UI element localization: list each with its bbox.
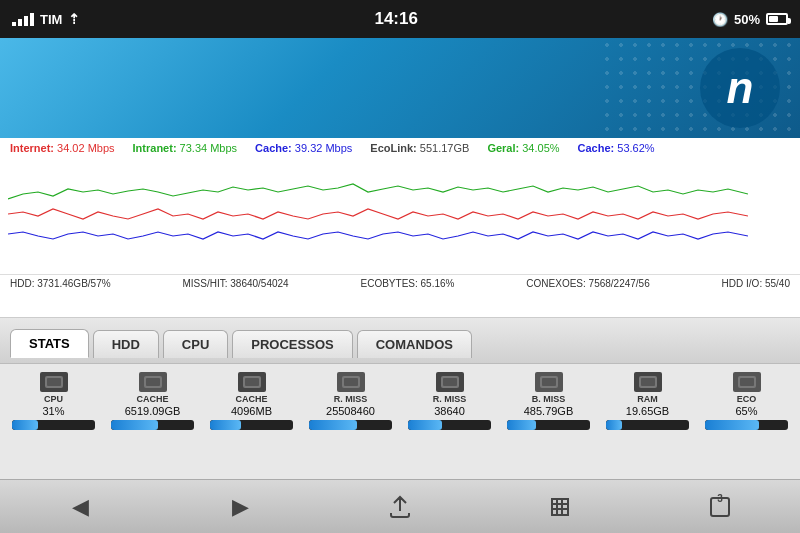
metric-bar-7 — [705, 420, 789, 430]
metric-value-2: 4096MB — [231, 405, 272, 417]
metric-item-7: ECO65% — [699, 372, 794, 430]
app-header: n — [0, 38, 800, 138]
bottom-stats-row: HDD: 3731.46GB/57% MISS/HIT: 38640/54024… — [0, 274, 800, 292]
metric-icon-0 — [40, 372, 68, 392]
stats-area: Internet: 34.02 Mbps Intranet: 73.34 Mbp… — [0, 138, 800, 318]
svg-rect-7 — [344, 378, 358, 386]
bottom-toolbar: ◀ ▶ 3 — [0, 479, 800, 533]
ecobytes-stat: ECOBYTES: 65.16% — [361, 278, 455, 289]
metric-bar-1 — [111, 420, 195, 430]
time-label: 14:16 — [374, 9, 417, 29]
metric-icon-2 — [238, 372, 266, 392]
metric-item-0: CPU31% — [6, 372, 101, 430]
conexoes-stat: CONEXOES: 7568/2247/56 — [526, 278, 649, 289]
metric-label-4: R. MISS — [433, 394, 467, 404]
intranet-stat: Intranet: 73.34 Mbps — [133, 142, 238, 154]
net-labels: Internet: 34.02 Mbps Intranet: 73.34 Mbp… — [0, 138, 800, 154]
bookmarks-button[interactable] — [530, 487, 590, 527]
metric-item-1: CACHE6519.09GB — [105, 372, 200, 430]
metric-bar-4 — [408, 420, 492, 430]
metric-item-5: B. MISS485.79GB — [501, 372, 596, 430]
hddio-stat: HDD I/O: 55/40 — [722, 278, 790, 289]
metric-label-1: CACHE — [136, 394, 168, 404]
cache-stat: Cache: 39.32 Mbps — [255, 142, 352, 154]
metric-value-5: 485.79GB — [524, 405, 574, 417]
tab-comandos[interactable]: COMANDOS — [357, 330, 472, 358]
tab-processos[interactable]: PROCESSOS — [232, 330, 352, 358]
metric-label-0: CPU — [44, 394, 63, 404]
battery-indicator — [766, 13, 788, 25]
geral-stat: Geral: 34.05% — [487, 142, 559, 154]
tab-cpu[interactable]: CPU — [163, 330, 228, 358]
metric-bar-5 — [507, 420, 591, 430]
cache-percent-stat: Cache: 53.62% — [578, 142, 655, 154]
metric-value-4: 38640 — [434, 405, 465, 417]
svg-rect-13 — [641, 378, 655, 386]
signal-bars — [12, 13, 34, 26]
svg-rect-5 — [245, 378, 259, 386]
metric-value-1: 6519.09GB — [125, 405, 181, 417]
metric-label-2: CACHE — [235, 394, 267, 404]
svg-rect-15 — [740, 378, 754, 386]
metric-item-6: RAM19.65GB — [600, 372, 695, 430]
metric-bar-6 — [606, 420, 690, 430]
metric-label-3: R. MISS — [334, 394, 368, 404]
metric-value-3: 25508460 — [326, 405, 375, 417]
share-button[interactable] — [370, 487, 430, 527]
status-right: 🕐 50% — [712, 12, 788, 27]
metric-icon-3 — [337, 372, 365, 392]
metric-icon-1 — [139, 372, 167, 392]
metrics-grid: CPU31%CACHE6519.09GBCACHE4096MBR. MISS25… — [0, 364, 800, 479]
status-bar: TIM ⇡ 14:16 🕐 50% — [0, 0, 800, 38]
tab-stats[interactable]: STATS — [10, 329, 89, 358]
battery-percent: 50% — [734, 12, 760, 27]
tab-hdd[interactable]: HDD — [93, 330, 159, 358]
svg-rect-1 — [47, 378, 61, 386]
metric-bar-0 — [12, 420, 96, 430]
metric-label-6: RAM — [637, 394, 658, 404]
svg-rect-3 — [146, 378, 160, 386]
forward-button[interactable]: ▶ — [210, 487, 270, 527]
tabs-bar: STATSHDDCPUPROCESSOSCOMANDOS — [0, 318, 800, 364]
metric-icon-6 — [634, 372, 662, 392]
metric-bar-2 — [210, 420, 294, 430]
metric-icon-7 — [733, 372, 761, 392]
carrier-label: TIM — [40, 12, 62, 27]
metric-label-5: B. MISS — [532, 394, 566, 404]
metric-value-6: 19.65GB — [626, 405, 669, 417]
internet-stat: Internet: 34.02 Mbps — [10, 142, 115, 154]
metric-icon-4 — [436, 372, 464, 392]
misshit-stat: MISS/HIT: 38640/54024 — [182, 278, 288, 289]
ecolink-stat: EcoLink: 551.17GB — [370, 142, 469, 154]
svg-rect-9 — [443, 378, 457, 386]
metric-value-7: 65% — [735, 405, 757, 417]
app-logo: n — [700, 48, 780, 128]
wifi-icon: ⇡ — [68, 11, 80, 27]
metric-item-2: CACHE4096MB — [204, 372, 299, 430]
metric-value-0: 31% — [42, 405, 64, 417]
hdd-stat: HDD: 3731.46GB/57% — [10, 278, 111, 289]
svg-rect-11 — [542, 378, 556, 386]
network-chart: 78.52 Mbps 58.89 Mbps 39.26 Mbps 19.63 M… — [8, 154, 748, 274]
tabs-button[interactable]: 3 — [690, 487, 750, 527]
clock-icon: 🕐 — [712, 12, 728, 27]
metric-icon-5 — [535, 372, 563, 392]
metric-item-4: R. MISS38640 — [402, 372, 497, 430]
back-button[interactable]: ◀ — [50, 487, 110, 527]
metric-bar-3 — [309, 420, 393, 430]
metric-label-7: ECO — [737, 394, 757, 404]
status-left: TIM ⇡ — [12, 11, 80, 27]
metric-item-3: R. MISS25508460 — [303, 372, 398, 430]
